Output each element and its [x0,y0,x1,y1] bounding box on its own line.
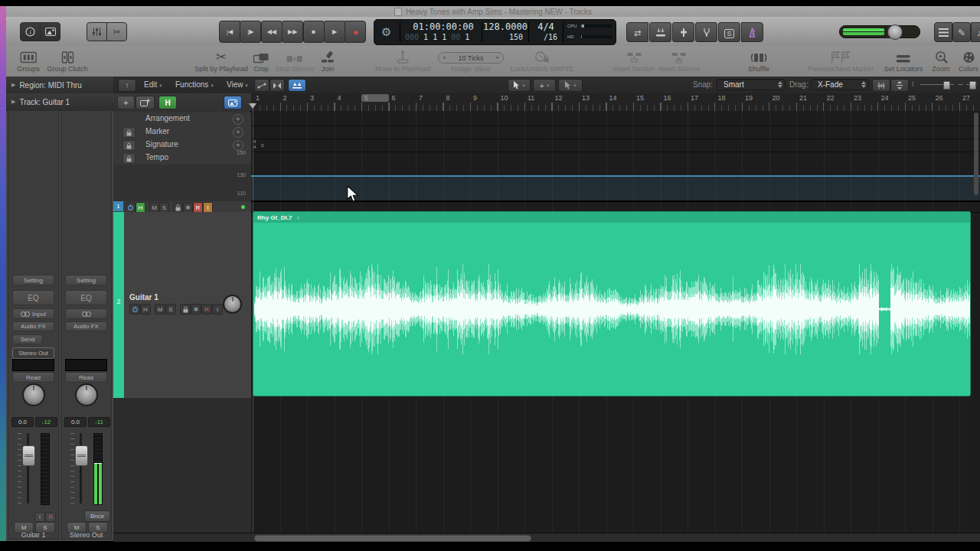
peak-value[interactable]: -12 [35,417,57,427]
lcd-display[interactable]: ⚙ 01:00:00:00 000 1 1 1 00 1 128.0000 15… [374,19,616,45]
stop-button[interactable]: ■ [303,21,325,43]
autopunch-button[interactable] [649,22,671,42]
group-slot[interactable] [12,359,54,371]
disclosure-triangle-icon[interactable]: ▶ [11,99,15,105]
h-button[interactable]: H [140,304,151,315]
stepper-right-icon[interactable]: ▸ [496,54,499,60]
set-locators-button[interactable]: Set Locators [884,50,923,73]
audio-region[interactable]: Rhy Gt_DI.7○ [253,211,971,396]
flex-button[interactable] [270,79,285,92]
lock-icon[interactable] [122,127,136,138]
notepads-button[interactable]: ✎ [952,22,971,42]
input-monitor-button[interactable]: I [34,512,45,522]
s-button[interactable]: S [165,304,176,315]
eq-slot[interactable]: EQ [12,290,54,305]
automation-button[interactable] [254,79,270,92]
window-titlebar[interactable]: Heavy Tones with Amp Sims - Mastering NE… [6,6,980,18]
play-from-beginning-button[interactable]: |▶ [240,21,261,43]
r-button[interactable]: R [193,202,203,213]
mixer-button[interactable] [87,22,107,41]
track-inspector-header[interactable]: ▶ Track: Guitar 1 [6,93,113,111]
tools-button[interactable]: ✂ [106,22,127,41]
insert-section-button[interactable]: Insert Section [612,50,655,73]
track-header-2[interactable]: 2Guitar 1HMS❄RI [113,212,251,399]
functions-menu[interactable]: Functions ▾ [175,80,214,89]
waveform-zoom-button[interactable] [872,79,890,92]
automation-mode-slot[interactable]: Read [65,372,107,383]
track-name[interactable]: Guitar 1 [129,293,158,302]
region-header[interactable]: Rhy Gt_DI.7○ [253,212,970,223]
strip-silence-button[interactable]: Strip Silence [276,50,315,73]
master-volume-slider[interactable] [839,25,920,38]
auto-track-zoom-button[interactable] [890,79,909,92]
lock-icon[interactable] [122,153,136,164]
send-slot[interactable]: Send [12,334,43,344]
go-to-beginning-button[interactable]: |◀ [219,21,240,43]
input-slot[interactable]: Input [12,308,54,319]
apple-loops-button[interactable]: ♫ [971,22,980,42]
cycle-button[interactable]: ⇄ [626,22,648,42]
setting-slot[interactable]: Setting [65,275,107,285]
setting-slot[interactable]: Setting [12,275,54,285]
format-slot[interactable] [65,308,107,319]
insert-silence-button[interactable]: Insert Silence [658,50,701,73]
disclosure-triangle-icon[interactable]: ▶ [11,82,15,88]
library-button[interactable]: i [20,22,41,41]
i-button[interactable]: I [212,304,223,315]
lcd-tempo-sub[interactable]: 150 [483,33,523,41]
bar-ruler[interactable]: 1234567891011121314151617181920212223242… [251,93,980,112]
add-icon[interactable]: + [233,127,243,138]
channel-strip-name[interactable]: Stereo Out [61,531,111,539]
peak-value[interactable]: -11 [88,417,110,427]
zoom-button[interactable]: Zoom [932,50,949,73]
audio-fx-slot[interactable]: Audio FX [65,321,107,331]
move-to-playhead-button[interactable]: Move to Playhead [375,50,430,73]
solo-button[interactable]: S [718,22,740,42]
rewind-button[interactable]: ◀◀ [261,21,283,43]
tuner-button[interactable] [695,22,717,42]
lcd-gear-icon[interactable]: ⚙ [381,25,391,39]
low-latency-button[interactable] [672,22,694,42]
waveform[interactable] [253,223,970,396]
metronome-button[interactable] [741,22,763,42]
stepper-left-icon[interactable]: ◂ [443,54,446,60]
catch-playhead-button[interactable] [288,79,306,92]
pan-knob[interactable] [75,383,98,406]
volume-fader[interactable] [75,445,88,466]
region-inspector-header[interactable]: ▶ Region: MIDI Thru [6,77,113,94]
right-click-tool-button[interactable]: ▾ [558,79,583,92]
vertical-zoom-thumb[interactable] [943,81,950,90]
play-button[interactable]: ▶ [324,21,345,43]
lcd-position[interactable]: 000 1 1 1 00 1 [405,33,469,41]
groups-button[interactable]: Groups [17,50,40,73]
drag-dropdown[interactable]: X-Fade [811,79,869,90]
lock-button[interactable] [173,202,183,213]
add-icon[interactable]: + [233,140,243,151]
forward-button[interactable]: ▶▶ [282,21,303,43]
eq-slot[interactable]: EQ [65,290,107,305]
previous-next-marker-button[interactable]: Previous/Next Marker [808,50,874,73]
lcd-time-signature[interactable]: 4/4 [530,21,562,32]
h-button[interactable]: H [136,202,145,213]
nudge-value-stepper[interactable]: ◂10 Ticks▸ [438,52,504,64]
freeze-button[interactable]: ❄ [191,304,201,315]
inspector-button[interactable] [40,22,60,41]
pointer-tool-button[interactable]: ▾ [508,79,531,92]
audio-fx-slot[interactable]: Audio FX [12,321,54,331]
i-button[interactable]: I [203,202,213,213]
channel-strip-name[interactable]: Guitar 1 [8,531,58,539]
global-track-arrangement[interactable]: Arrangement+ [113,112,251,126]
editors-list-button[interactable] [934,22,952,42]
command-click-tool-button[interactable]: +▾ [533,79,556,92]
global-track-marker[interactable]: Marker+ [113,126,251,139]
duplicate-track-button[interactable] [136,96,155,109]
horizontal-scrollbar-thumb[interactable] [254,535,531,542]
group-clutch-button[interactable]: Group Clutch [47,50,87,73]
nudge-value-button[interactable]: ◂10 Ticks▸Nudge Value [438,50,504,73]
track-header-1[interactable]: 1HMS❄RI [113,201,251,213]
edit-menu[interactable]: Edit ▾ [144,80,162,89]
output-slot[interactable]: Stereo Out [12,347,54,359]
crop-button[interactable]: Crop [253,50,270,73]
m-button[interactable]: M [149,202,159,213]
bounce-button[interactable]: Bnce [84,510,110,522]
